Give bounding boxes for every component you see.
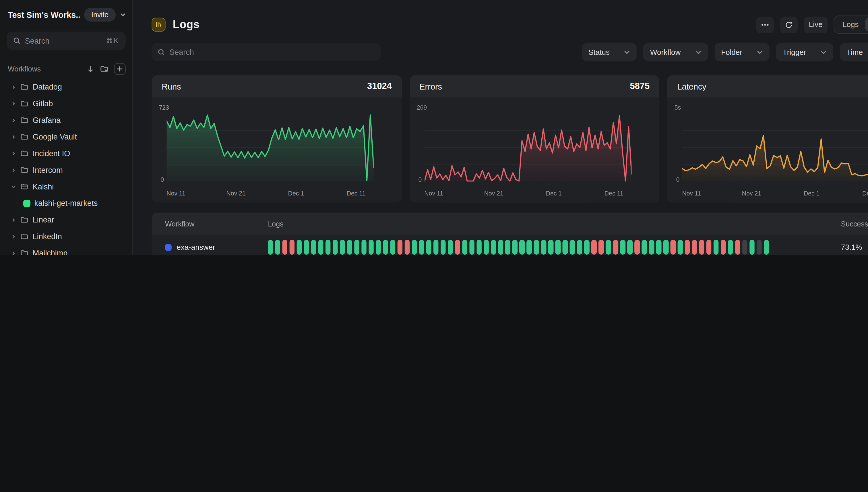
sort-arrow-down-icon[interactable] bbox=[86, 65, 95, 73]
log-status-bar[interactable] bbox=[282, 240, 288, 255]
log-status-bar[interactable] bbox=[498, 240, 503, 255]
invite-button[interactable]: Invite bbox=[84, 8, 116, 22]
log-status-bar[interactable] bbox=[606, 240, 611, 255]
log-status-bar[interactable] bbox=[404, 240, 410, 255]
log-status-bar[interactable] bbox=[527, 240, 532, 255]
tree-item-folder-LinkedIn[interactable]: LinkedIn bbox=[4, 228, 128, 245]
log-status-bar[interactable] bbox=[555, 240, 561, 255]
log-status-bar[interactable] bbox=[627, 240, 633, 255]
log-status-bar[interactable] bbox=[275, 240, 280, 255]
log-status-bar[interactable] bbox=[671, 240, 676, 255]
log-status-bar[interactable] bbox=[455, 240, 460, 255]
live-button[interactable]: Live bbox=[804, 16, 827, 33]
tree-item-folder-Incident IO[interactable]: Incident IO bbox=[4, 145, 128, 162]
log-status-bar[interactable] bbox=[426, 240, 431, 255]
log-status-bar[interactable] bbox=[268, 240, 273, 255]
log-status-bar[interactable] bbox=[340, 240, 345, 255]
log-status-bar[interactable] bbox=[649, 240, 654, 255]
log-status-bar[interactable] bbox=[692, 240, 697, 255]
log-status-bar[interactable] bbox=[570, 240, 575, 255]
log-status-bar[interactable] bbox=[433, 240, 438, 255]
log-status-bar[interactable] bbox=[469, 240, 474, 255]
log-status-bar[interactable] bbox=[613, 240, 618, 255]
logs-search-input[interactable]: Search bbox=[152, 43, 380, 61]
filter-workflow[interactable]: Workflow bbox=[644, 43, 708, 61]
tree-item-folder-Mailchimp[interactable]: Mailchimp bbox=[4, 245, 128, 255]
log-status-bar[interactable] bbox=[706, 240, 712, 255]
tree-item-folder-Grafana[interactable]: Grafana bbox=[4, 112, 128, 129]
log-status-bar[interactable] bbox=[304, 240, 309, 255]
log-status-bar[interactable] bbox=[584, 240, 589, 255]
add-workflow-button[interactable] bbox=[114, 63, 125, 75]
log-status-bar[interactable] bbox=[397, 240, 402, 255]
tree-item-workflow-kalshi-get-markets[interactable]: kalshi-get-markets bbox=[4, 195, 128, 212]
log-status-bar[interactable] bbox=[656, 240, 661, 255]
sidebar-search-input[interactable]: Search ⌘K bbox=[7, 31, 126, 50]
tree-item-folder-Intercom[interactable]: Intercom bbox=[4, 162, 128, 178]
log-status-bar[interactable] bbox=[440, 240, 445, 255]
log-status-bar[interactable] bbox=[491, 240, 496, 255]
filter-trigger[interactable]: Trigger bbox=[776, 43, 833, 61]
log-status-bar[interactable] bbox=[642, 240, 647, 255]
log-status-bar[interactable] bbox=[476, 240, 482, 255]
log-status-bar[interactable] bbox=[347, 240, 352, 255]
log-status-bar[interactable] bbox=[376, 240, 381, 255]
log-status-bar[interactable] bbox=[325, 240, 331, 255]
tree-item-folder-Google Vault[interactable]: Google Vault bbox=[4, 128, 128, 145]
new-folder-icon[interactable] bbox=[100, 65, 108, 73]
log-status-bar[interactable] bbox=[699, 240, 704, 255]
log-status-bar[interactable] bbox=[297, 240, 302, 255]
filter-status[interactable]: Status bbox=[582, 43, 637, 61]
log-status-bar[interactable] bbox=[678, 240, 683, 255]
chevron-right-icon bbox=[11, 118, 16, 123]
log-status-bar[interactable] bbox=[383, 240, 388, 255]
log-status-bar[interactable] bbox=[764, 240, 769, 255]
more-button[interactable] bbox=[757, 16, 774, 33]
log-status-bar[interactable] bbox=[318, 240, 323, 255]
log-status-bar[interactable] bbox=[369, 240, 374, 255]
log-status-bar[interactable] bbox=[749, 240, 754, 255]
filter-folder[interactable]: Folder bbox=[714, 43, 769, 61]
log-status-bar[interactable] bbox=[728, 240, 733, 255]
tab-dashboard[interactable]: Dashboard bbox=[865, 18, 868, 31]
log-status-bar[interactable] bbox=[548, 240, 553, 255]
log-status-bar[interactable] bbox=[520, 240, 525, 255]
log-status-bar[interactable] bbox=[512, 240, 518, 255]
log-status-bar[interactable] bbox=[757, 240, 762, 255]
log-status-bar[interactable] bbox=[577, 240, 582, 255]
log-status-bar[interactable] bbox=[714, 240, 719, 255]
table-row-exa-answer[interactable]: exa-answer73.1% bbox=[152, 235, 868, 255]
log-status-bar[interactable] bbox=[462, 240, 467, 255]
log-status-bar[interactable] bbox=[541, 240, 546, 255]
log-status-bar[interactable] bbox=[598, 240, 604, 255]
chevron-down-icon[interactable] bbox=[120, 12, 125, 17]
log-status-bar[interactable] bbox=[505, 240, 510, 255]
log-status-bar[interactable] bbox=[620, 240, 625, 255]
log-status-bar[interactable] bbox=[721, 240, 726, 255]
tab-logs[interactable]: Logs bbox=[836, 18, 865, 31]
log-status-bar[interactable] bbox=[333, 240, 338, 255]
log-status-bar[interactable] bbox=[412, 240, 417, 255]
log-status-bar[interactable] bbox=[447, 240, 453, 255]
log-status-bar[interactable] bbox=[290, 240, 295, 255]
tree-item-folder-Kalshi[interactable]: Kalshi bbox=[4, 178, 128, 195]
log-status-bar[interactable] bbox=[311, 240, 316, 255]
log-status-bar[interactable] bbox=[742, 240, 747, 255]
refresh-button[interactable] bbox=[780, 16, 798, 33]
log-status-bar[interactable] bbox=[591, 240, 596, 255]
filter-time[interactable]: Time bbox=[840, 43, 868, 61]
tree-item-folder-Linear[interactable]: Linear bbox=[4, 212, 128, 228]
log-status-bar[interactable] bbox=[354, 240, 359, 255]
log-status-bar[interactable] bbox=[685, 240, 690, 255]
tree-item-folder-Gitlab[interactable]: Gitlab bbox=[4, 95, 128, 112]
log-status-bar[interactable] bbox=[419, 240, 424, 255]
log-status-bar[interactable] bbox=[390, 240, 395, 255]
log-status-bar[interactable] bbox=[483, 240, 489, 255]
log-status-bar[interactable] bbox=[534, 240, 539, 255]
log-status-bar[interactable] bbox=[563, 240, 568, 255]
log-status-bar[interactable] bbox=[735, 240, 740, 255]
log-status-bar[interactable] bbox=[362, 240, 367, 255]
log-status-bar[interactable] bbox=[635, 240, 640, 255]
tree-item-folder-Datadog[interactable]: Datadog bbox=[4, 79, 128, 95]
log-status-bar[interactable] bbox=[663, 240, 669, 255]
